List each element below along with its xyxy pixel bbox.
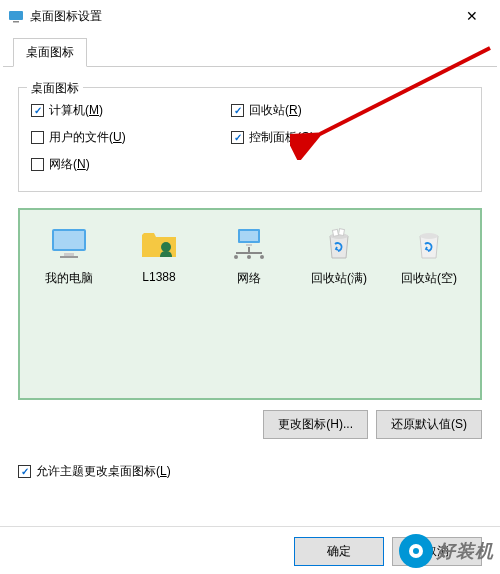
svg-rect-8	[240, 231, 258, 241]
svg-rect-1	[13, 21, 19, 23]
checkbox-userfiles[interactable]: 用户的文件(U)	[31, 129, 231, 146]
preview-item-recyclebin-full[interactable]: 回收站(满)	[300, 224, 378, 384]
checkbox-input	[31, 104, 44, 117]
user-folder-icon	[139, 224, 179, 264]
restore-default-button[interactable]: 还原默认值(S)	[376, 410, 482, 439]
svg-rect-17	[339, 229, 345, 236]
icon-preview-panel: 我的电脑 L1388 网络 回收站(满) 回收站(空)	[18, 208, 482, 400]
recyclebin-empty-icon	[409, 224, 449, 264]
watermark-logo	[399, 534, 433, 568]
checkbox-label: 允许主题更改桌面图标(L)	[36, 463, 171, 480]
change-icon-button[interactable]: 更改图标(H)...	[263, 410, 368, 439]
app-icon	[8, 8, 24, 24]
icon-button-row: 更改图标(H)... 还原默认值(S)	[18, 410, 482, 439]
svg-point-14	[260, 255, 264, 259]
tab-strip: 桌面图标	[3, 32, 497, 67]
svg-point-6	[161, 242, 171, 252]
watermark: 好装机	[399, 534, 494, 568]
preview-item-network[interactable]: 网络	[210, 224, 288, 384]
ok-button[interactable]: 确定	[294, 537, 384, 566]
close-button[interactable]: ✕	[452, 0, 492, 32]
window-title: 桌面图标设置	[30, 8, 452, 25]
preview-label: 网络	[237, 270, 261, 287]
checkbox-grid: 计算机(M) 回收站(R) 用户的文件(U) 控制面板(O) 网络(N)	[31, 102, 469, 173]
checkbox-label: 网络(N)	[49, 156, 90, 173]
titlebar: 桌面图标设置 ✕	[0, 0, 500, 32]
svg-rect-4	[64, 253, 74, 256]
close-icon: ✕	[466, 8, 478, 24]
checkbox-computer[interactable]: 计算机(M)	[31, 102, 231, 119]
svg-rect-3	[54, 231, 84, 249]
svg-point-12	[234, 255, 238, 259]
recyclebin-full-icon	[319, 224, 359, 264]
svg-point-18	[420, 233, 438, 239]
svg-rect-9	[246, 244, 252, 246]
checkbox-network[interactable]: 网络(N)	[31, 156, 231, 173]
checkbox-allow-theme[interactable]: 允许主题更改桌面图标(L)	[18, 463, 482, 480]
preview-item-computer[interactable]: 我的电脑	[30, 224, 108, 384]
svg-rect-16	[332, 229, 338, 236]
preview-label: 我的电脑	[45, 270, 93, 287]
checkbox-label: 回收站(R)	[249, 102, 302, 119]
checkbox-input	[31, 131, 44, 144]
svg-rect-5	[60, 256, 78, 258]
watermark-text: 好装机	[437, 539, 494, 563]
preview-item-recyclebin-empty[interactable]: 回收站(空)	[390, 224, 468, 384]
preview-label: L1388	[142, 270, 175, 284]
checkbox-label: 控制面板(O)	[249, 129, 314, 146]
checkbox-input	[231, 104, 244, 117]
checkbox-label: 计算机(M)	[49, 102, 103, 119]
checkbox-controlpanel[interactable]: 控制面板(O)	[231, 129, 431, 146]
preview-label: 回收站(空)	[401, 270, 457, 287]
checkbox-label: 用户的文件(U)	[49, 129, 126, 146]
svg-point-13	[247, 255, 251, 259]
checkbox-recyclebin[interactable]: 回收站(R)	[231, 102, 431, 119]
checkbox-input	[18, 465, 31, 478]
groupbox-title: 桌面图标	[27, 80, 83, 97]
content-area: 桌面图标 计算机(M) 回收站(R) 用户的文件(U) 控制面板(O) 网络(N…	[0, 67, 500, 494]
preview-label: 回收站(满)	[311, 270, 367, 287]
network-icon	[229, 224, 269, 264]
checkbox-input	[31, 158, 44, 171]
computer-icon	[49, 224, 89, 264]
svg-rect-0	[9, 11, 23, 20]
preview-item-user[interactable]: L1388	[120, 224, 198, 384]
tab-desktop-icons[interactable]: 桌面图标	[13, 38, 87, 67]
checkbox-input	[231, 131, 244, 144]
groupbox-desktop-icons: 桌面图标 计算机(M) 回收站(R) 用户的文件(U) 控制面板(O) 网络(N…	[18, 87, 482, 192]
